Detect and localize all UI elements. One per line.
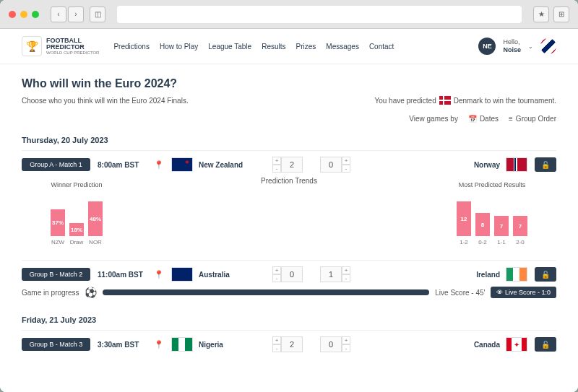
minimize-window[interactable] — [20, 11, 27, 18]
home-team: Australia — [199, 271, 230, 279]
bar: 8 — [475, 213, 490, 236]
bookmark-button[interactable]: ★ — [533, 6, 549, 22]
bar: 37% — [51, 209, 65, 236]
away-team: Canada — [474, 341, 500, 349]
most-predicted-results-chart: Most Predicted Results 12877 1-20-21-12-… — [457, 181, 527, 245]
trophy-icon: 🏆 — [22, 36, 42, 56]
away-score-down[interactable]: - — [342, 165, 350, 173]
chart-title: Most Predicted Results — [457, 181, 527, 188]
nav-predictions[interactable]: Predictions — [113, 43, 149, 51]
home-team: New Zealand — [199, 161, 243, 169]
maximize-window[interactable] — [32, 11, 39, 18]
trends-title: Prediction Trends — [261, 177, 317, 185]
back-button[interactable]: ‹ — [51, 6, 66, 22]
location-icon[interactable]: 📍 — [154, 160, 164, 170]
main-nav: Predictions How to Play League Table Res… — [113, 43, 394, 51]
flag-new-zealand-icon — [171, 157, 193, 172]
away-team: Ireland — [476, 271, 500, 279]
football-icon: ⚽ — [85, 287, 97, 298]
match-tag: Group B - Match 3 — [22, 338, 90, 351]
close-window[interactable] — [9, 11, 16, 18]
logo-subtitle: WORLD CUP PREDICTOR — [46, 51, 99, 55]
bar-label: 1-2 — [457, 239, 471, 245]
page-subtitle: Choose who you think will win the Euro 2… — [22, 97, 189, 105]
home-score-down[interactable]: - — [272, 274, 281, 282]
chevron-down-icon[interactable]: ⌄ — [528, 43, 533, 50]
bar: 7 — [494, 216, 509, 236]
location-icon[interactable]: 📍 — [154, 340, 164, 349]
avatar[interactable]: NE — [478, 38, 496, 55]
bar-label: Draw — [69, 239, 84, 245]
nav-contact[interactable]: Contact — [369, 43, 394, 51]
bar-label: NOR — [88, 239, 103, 245]
flag-australia-icon — [171, 267, 193, 282]
predicted-winner: You have predicted Denmark to win the to… — [374, 96, 556, 105]
match-tag: Group A - Match 1 — [22, 158, 90, 171]
home-score-down[interactable]: - — [272, 344, 281, 352]
view-by-group[interactable]: ≡ Group Order — [509, 115, 556, 123]
live-time: Live Score - 45' — [435, 289, 485, 297]
away-score-up[interactable]: + — [342, 266, 350, 274]
away-score-down[interactable]: - — [342, 344, 350, 352]
home-score-up[interactable]: + — [272, 157, 281, 165]
view-by-dates[interactable]: 📅 Dates — [468, 115, 499, 123]
lock-prediction-button[interactable]: 🔓 — [535, 157, 556, 172]
url-bar[interactable] — [117, 6, 522, 23]
bar: 12 — [457, 201, 471, 236]
window-controls — [9, 11, 39, 18]
view-games-label: View games by — [409, 115, 458, 123]
match-1: Group A - Match 1 8:00am BST 📍 New Zeala… — [22, 150, 556, 260]
language-flag-uk[interactable] — [540, 38, 556, 54]
bar-label: 2-0 — [513, 239, 527, 245]
away-score[interactable]: 0 — [320, 336, 342, 352]
logo[interactable]: 🏆 FOOTBALLPREDICTOR WORLD CUP PREDICTOR — [22, 36, 99, 56]
nav-messages[interactable]: Messages — [326, 43, 359, 51]
home-score-down[interactable]: - — [272, 165, 281, 173]
nav-results[interactable]: Results — [262, 43, 285, 51]
away-score-up[interactable]: + — [342, 157, 350, 165]
bar-label: NZW — [51, 239, 65, 245]
flag-canada-icon — [506, 337, 527, 352]
bar-label: 1-1 — [494, 239, 509, 245]
nav-league-table[interactable]: League Table — [208, 43, 251, 51]
match-2: Group B - Match 2 11:00am BST 📍 Australi… — [22, 260, 556, 308]
date-header-2: Friday, 21 July 2023 — [22, 315, 556, 324]
nav-prizes[interactable]: Prizes — [296, 43, 316, 51]
location-icon[interactable]: 📍 — [154, 270, 164, 279]
nav-how-to-play[interactable]: How to Play — [160, 43, 198, 51]
home-score-up[interactable]: + — [272, 266, 281, 274]
forward-button[interactable]: › — [68, 6, 84, 22]
home-score[interactable]: 2 — [281, 336, 303, 352]
user-greeting: Hello,Noise — [503, 38, 521, 54]
home-score-up[interactable]: + — [272, 336, 281, 344]
away-score[interactable]: 1 — [320, 266, 342, 282]
away-score-up[interactable]: + — [342, 336, 350, 344]
new-tab-button[interactable]: ⊞ — [553, 6, 569, 22]
date-header-1: Thursday, 20 July 2023 — [22, 136, 556, 144]
lock-prediction-button[interactable]: 🔓 — [535, 267, 556, 282]
home-score[interactable]: 0 — [281, 266, 303, 282]
game-in-progress-label: Game in progress — [22, 289, 79, 297]
sidebar-toggle[interactable]: ◫ — [90, 6, 105, 22]
match-time: 8:00am BST — [98, 161, 147, 169]
bar-label: 0-2 — [475, 239, 490, 245]
browser-chrome: ‹ › ◫ ★ ⊞ — [0, 0, 578, 29]
bar: 18% — [69, 223, 84, 236]
match-time: 3:30am BST — [98, 341, 147, 349]
away-score-down[interactable]: - — [342, 274, 350, 282]
logo-line2: PREDICTOR — [46, 43, 85, 51]
away-score[interactable]: 0 — [320, 157, 342, 173]
flag-nigeria-icon — [171, 337, 193, 352]
home-score[interactable]: 2 — [281, 157, 303, 173]
lock-prediction-button[interactable]: 🔓 — [535, 337, 556, 352]
flag-norway-icon — [506, 157, 527, 172]
chart-title: Winner Prediction — [51, 181, 103, 188]
match-time: 11:00am BST — [98, 271, 147, 279]
home-team: Nigeria — [199, 341, 223, 349]
match-3: Group B - Match 3 3:30am BST 📍 Nigeria +… — [22, 330, 556, 358]
bar: 48% — [88, 201, 103, 236]
away-team: Norway — [474, 161, 500, 169]
progress-bar — [103, 289, 429, 295]
live-score-badge[interactable]: 👁 Live Score - 1:0 — [491, 287, 556, 298]
winner-prediction-chart: Winner Prediction 37%18%48% NZWDrawNOR — [51, 181, 103, 245]
